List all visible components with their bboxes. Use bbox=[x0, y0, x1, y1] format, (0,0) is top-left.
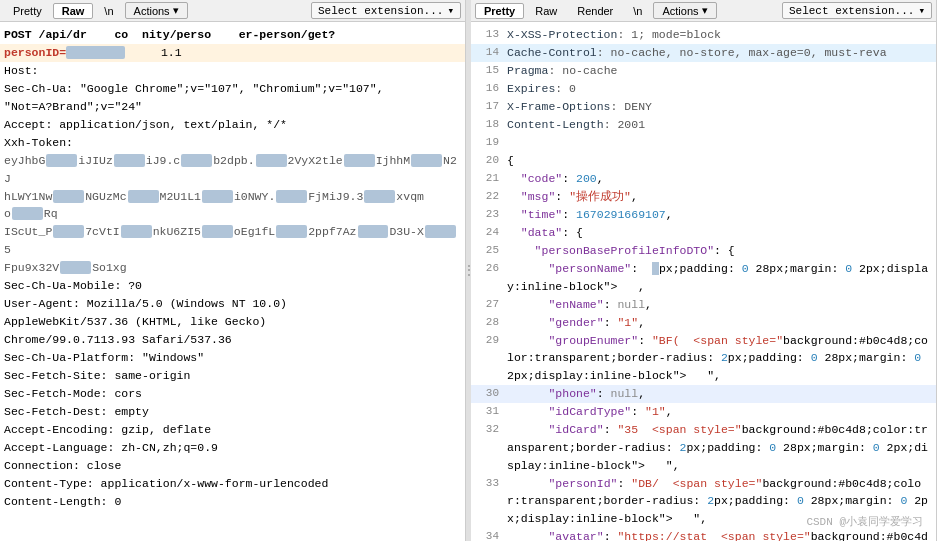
right-line-content-1: Cache-Control: no-cache, no-store, max-a… bbox=[507, 44, 932, 62]
left-line-23: Content-Length: 0 bbox=[0, 493, 465, 511]
select-ext-chevron-right: ▾ bbox=[918, 4, 925, 17]
left-line-content-8: hLWY1Nw NGUzMc M2U1L1 i0NWY. FjMiJ9.3 xv… bbox=[4, 188, 461, 224]
left-line-0: POST /api/dr co nity/perso er-person/get… bbox=[0, 26, 465, 44]
line-number-20: 33 bbox=[475, 475, 499, 492]
right-line-16: 29 "groupEnumer": "BF( <span style="back… bbox=[471, 332, 936, 385]
line-number-13: 26 bbox=[475, 260, 499, 277]
line-number-9: 22 bbox=[475, 188, 499, 205]
left-line-13: AppleWebKit/537.36 (KHTML, like Gecko) bbox=[0, 313, 465, 331]
left-line-19: Accept-Encoding: gzip, deflate bbox=[0, 421, 465, 439]
right-line-content-21: "avatar": "https://stat <span style="bac… bbox=[507, 528, 932, 541]
right-line-content-15: "gender": "1", bbox=[507, 314, 932, 332]
left-line-12: User-Agent: Mozilla/5.0 (Windows NT 10.0… bbox=[0, 295, 465, 313]
actions-button-left[interactable]: Actions ▾ bbox=[125, 2, 188, 19]
right-line-12: 25 "personBaseProfileInfoDTO": { bbox=[471, 242, 936, 260]
left-line-content-21: Connection: close bbox=[4, 457, 461, 475]
right-line-content-16: "groupEnumer": "BF( <span style="backgro… bbox=[507, 332, 932, 385]
line-number-17: 30 bbox=[475, 385, 499, 402]
left-line-15: Sec-Ch-Ua-Platform: "Windows" bbox=[0, 349, 465, 367]
right-line-14: 27 "enName": null, bbox=[471, 296, 936, 314]
right-line-content-4: X-Frame-Options: DENY bbox=[507, 98, 932, 116]
tab-render-right[interactable]: Render bbox=[568, 3, 622, 19]
select-ext-left[interactable]: Select extension... ▾ bbox=[311, 2, 461, 19]
right-line-content-12: "personBaseProfileInfoDTO": { bbox=[507, 242, 932, 260]
right-line-21: 34 "avatar": "https://stat <span style="… bbox=[471, 528, 936, 541]
tab-pretty-left[interactable]: Pretty bbox=[4, 3, 51, 19]
left-line-content-4: "Not=A?Brand";v="24" bbox=[4, 98, 461, 116]
left-line-content-18: Sec-Fetch-Dest: empty bbox=[4, 403, 461, 421]
left-line-3: Sec-Ch-Ua: "Google Chrome";v="107", "Chr… bbox=[0, 80, 465, 98]
right-line-content-10: "time": 1670291669107, bbox=[507, 206, 932, 224]
right-line-15: 28 "gender": "1", bbox=[471, 314, 936, 332]
right-line-11: 24 "data": { bbox=[471, 224, 936, 242]
actions-chevron-right: ▾ bbox=[702, 4, 708, 17]
line-number-2: 15 bbox=[475, 62, 499, 79]
right-line-content-2: Pragma: no-cache bbox=[507, 62, 932, 80]
line-number-10: 23 bbox=[475, 206, 499, 223]
left-line-8: hLWY1Nw NGUzMc M2U1L1 i0NWY. FjMiJ9.3 xv… bbox=[0, 188, 465, 224]
tab-n-right[interactable]: \n bbox=[624, 3, 651, 19]
left-line-18: Sec-Fetch-Dest: empty bbox=[0, 403, 465, 421]
right-line-content-0: X-XSS-Protection: 1; mode=block bbox=[507, 26, 932, 44]
left-line-9: IScUt_P 7cVtI nkU6ZI5 oEg1fL 2ppf7Az D3U… bbox=[0, 223, 465, 259]
right-line-content-5: Content-Length: 2001 bbox=[507, 116, 932, 134]
left-line-4: "Not=A?Brand";v="24" bbox=[0, 98, 465, 116]
right-line-content-18: "idCardType": "1", bbox=[507, 403, 932, 421]
left-line-content-17: Sec-Fetch-Mode: cors bbox=[4, 385, 461, 403]
right-line-7: 20{ bbox=[471, 152, 936, 170]
right-line-10: 23 "time": 1670291669107, bbox=[471, 206, 936, 224]
right-line-content-9: "msg": "操作成功", bbox=[507, 188, 932, 206]
left-panel: Pretty Raw \n Actions ▾ Select extension… bbox=[0, 0, 466, 541]
left-line-2: Host: bbox=[0, 62, 465, 80]
left-line-1: personID=DB7365F4 1.1 bbox=[0, 44, 465, 62]
line-number-4: 17 bbox=[475, 98, 499, 115]
right-line-18: 31 "idCardType": "1", bbox=[471, 403, 936, 421]
left-line-content-13: AppleWebKit/537.36 (KHTML, like Gecko) bbox=[4, 313, 461, 331]
right-line-20: 33 "personId": "DB/ <span style="backgro… bbox=[471, 475, 936, 528]
tab-raw-right[interactable]: Raw bbox=[526, 3, 566, 19]
right-line-0: 13X-XSS-Protection: 1; mode=block bbox=[471, 26, 936, 44]
left-line-content-20: Accept-Language: zh-CN,zh;q=0.9 bbox=[4, 439, 461, 457]
right-toolbar: Pretty Raw Render \n Actions ▾ Select ex… bbox=[471, 0, 936, 22]
left-line-20: Accept-Language: zh-CN,zh;q=0.9 bbox=[0, 439, 465, 457]
left-line-16: Sec-Fetch-Site: same-origin bbox=[0, 367, 465, 385]
select-ext-chevron-left: ▾ bbox=[447, 4, 454, 17]
right-line-content-11: "data": { bbox=[507, 224, 932, 242]
right-line-1: 14Cache-Control: no-cache, no-store, max… bbox=[471, 44, 936, 62]
select-ext-right[interactable]: Select extension... ▾ bbox=[782, 2, 932, 19]
actions-button-right[interactable]: Actions ▾ bbox=[653, 2, 716, 19]
left-line-content-22: Content-Type: application/x-www-form-url… bbox=[4, 475, 461, 493]
tab-n-left[interactable]: \n bbox=[95, 3, 122, 19]
left-line-5: Accept: application/json, text/plain, */… bbox=[0, 116, 465, 134]
right-line-6: 19 bbox=[471, 134, 936, 152]
left-line-content-2: Host: bbox=[4, 62, 461, 80]
line-number-16: 29 bbox=[475, 332, 499, 349]
left-line-content-7: eyJhbG iJIUz iJ9.c b2dpb. 2VyX2tle IjhhM… bbox=[4, 152, 461, 188]
right-line-13: 26 "personName": 2px;padding: 0 28px;mar… bbox=[471, 260, 936, 296]
line-number-8: 21 bbox=[475, 170, 499, 187]
select-ext-label-right: Select extension... bbox=[789, 5, 914, 17]
line-number-6: 19 bbox=[475, 134, 499, 151]
line-number-19: 32 bbox=[475, 421, 499, 438]
right-line-content-13: "personName": 2px;padding: 0 28px;margin… bbox=[507, 260, 932, 296]
line-number-11: 24 bbox=[475, 224, 499, 241]
left-line-content-14: Chrome/99.0.7113.93 Safari/537.36 bbox=[4, 331, 461, 349]
right-line-8: 21 "code": 200, bbox=[471, 170, 936, 188]
left-line-content-10: Fpu9x32V So1xg bbox=[4, 259, 461, 277]
left-line-content-23: Content-Length: 0 bbox=[4, 493, 461, 511]
line-number-5: 18 bbox=[475, 116, 499, 133]
left-line-content-19: Accept-Encoding: gzip, deflate bbox=[4, 421, 461, 439]
line-number-12: 25 bbox=[475, 242, 499, 259]
tab-pretty-right[interactable]: Pretty bbox=[475, 3, 524, 19]
right-line-content-7: { bbox=[507, 152, 932, 170]
left-line-17: Sec-Fetch-Mode: cors bbox=[0, 385, 465, 403]
tab-raw-left[interactable]: Raw bbox=[53, 3, 94, 19]
left-line-content-12: User-Agent: Mozilla/5.0 (Windows NT 10.0… bbox=[4, 295, 461, 313]
left-line-6: Xxh-Token: bbox=[0, 134, 465, 152]
line-number-14: 27 bbox=[475, 296, 499, 313]
left-content: POST /api/dr co nity/perso er-person/get… bbox=[0, 22, 465, 541]
left-line-14: Chrome/99.0.7113.93 Safari/537.36 bbox=[0, 331, 465, 349]
line-number-3: 16 bbox=[475, 80, 499, 97]
left-line-content-15: Sec-Ch-Ua-Platform: "Windows" bbox=[4, 349, 461, 367]
left-line-content-6: Xxh-Token: bbox=[4, 134, 461, 152]
